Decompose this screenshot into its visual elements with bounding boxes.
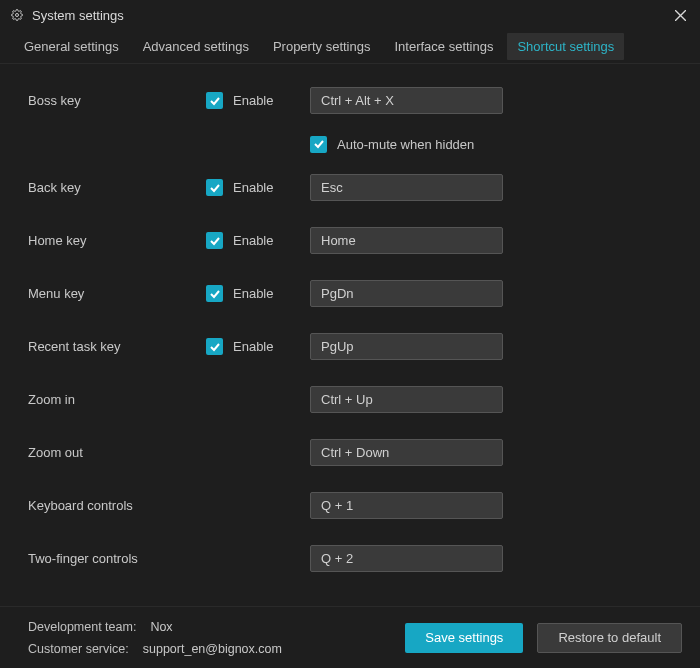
twofinger-input[interactable]: Q + 2 <box>310 545 503 572</box>
enable-label: Enable <box>233 93 273 108</box>
dev-team-label: Development team: <box>28 620 136 634</box>
keyboard-label: Keyboard controls <box>28 498 206 513</box>
automute-checkbox[interactable] <box>310 136 327 153</box>
enable-label: Enable <box>233 339 273 354</box>
row-automute: Auto-mute when hidden <box>0 127 700 161</box>
close-icon[interactable] <box>670 5 690 25</box>
zoom-in-label: Zoom in <box>28 392 206 407</box>
tab-property-settings[interactable]: Property settings <box>263 33 381 60</box>
home-key-label: Home key <box>28 233 206 248</box>
boss-key-label: Boss key <box>28 93 206 108</box>
boss-key-input[interactable]: Ctrl + Alt + X <box>310 87 503 114</box>
tab-general-settings[interactable]: General settings <box>14 33 129 60</box>
home-key-input[interactable]: Home <box>310 227 503 254</box>
recent-key-enable-checkbox[interactable] <box>206 338 223 355</box>
row-back-key: Back key Enable Esc <box>0 161 700 214</box>
svg-point-0 <box>16 14 19 17</box>
support-label: Customer service: <box>28 642 129 656</box>
zoom-in-input[interactable]: Ctrl + Up <box>310 386 503 413</box>
menu-key-input[interactable]: PgDn <box>310 280 503 307</box>
back-key-label: Back key <box>28 180 206 195</box>
tab-shortcut-settings[interactable]: Shortcut settings <box>507 33 624 60</box>
gear-icon <box>10 8 24 22</box>
recent-key-label: Recent task key <box>28 339 206 354</box>
automute-label: Auto-mute when hidden <box>337 137 474 152</box>
row-recent-key: Recent task key Enable PgUp <box>0 320 700 373</box>
zoom-out-label: Zoom out <box>28 445 206 460</box>
row-zoom-in: Zoom in Ctrl + Up <box>0 373 700 426</box>
row-home-key: Home key Enable Home <box>0 214 700 267</box>
support-value[interactable]: support_en@bignox.com <box>143 642 282 656</box>
row-boss-key: Boss key Enable Ctrl + Alt + X <box>0 74 700 127</box>
enable-label: Enable <box>233 233 273 248</box>
titlebar: System settings <box>0 0 700 30</box>
tab-interface-settings[interactable]: Interface settings <box>384 33 503 60</box>
save-button[interactable]: Save settings <box>405 623 523 653</box>
footer: Development team: Nox Customer service: … <box>0 606 700 668</box>
row-zoom-out: Zoom out Ctrl + Down <box>0 426 700 479</box>
menu-key-enable-checkbox[interactable] <box>206 285 223 302</box>
back-key-enable-checkbox[interactable] <box>206 179 223 196</box>
row-keyboard: Keyboard controls Q + 1 <box>0 479 700 532</box>
enable-label: Enable <box>233 286 273 301</box>
restore-button[interactable]: Restore to default <box>537 623 682 653</box>
window-title: System settings <box>32 8 124 23</box>
keyboard-input[interactable]: Q + 1 <box>310 492 503 519</box>
zoom-out-input[interactable]: Ctrl + Down <box>310 439 503 466</box>
tab-advanced-settings[interactable]: Advanced settings <box>133 33 259 60</box>
dev-team-value: Nox <box>150 620 172 634</box>
row-twofinger: Two-finger controls Q + 2 <box>0 532 700 585</box>
menu-key-label: Menu key <box>28 286 206 301</box>
home-key-enable-checkbox[interactable] <box>206 232 223 249</box>
tabs: General settingsAdvanced settingsPropert… <box>0 30 700 64</box>
recent-key-input[interactable]: PgUp <box>310 333 503 360</box>
back-key-input[interactable]: Esc <box>310 174 503 201</box>
boss-key-enable-checkbox[interactable] <box>206 92 223 109</box>
enable-label: Enable <box>233 180 273 195</box>
row-menu-key: Menu key Enable PgDn <box>0 267 700 320</box>
shortcut-settings-panel: Boss key Enable Ctrl + Alt + X Auto-mute… <box>0 64 700 595</box>
twofinger-label: Two-finger controls <box>28 551 206 566</box>
